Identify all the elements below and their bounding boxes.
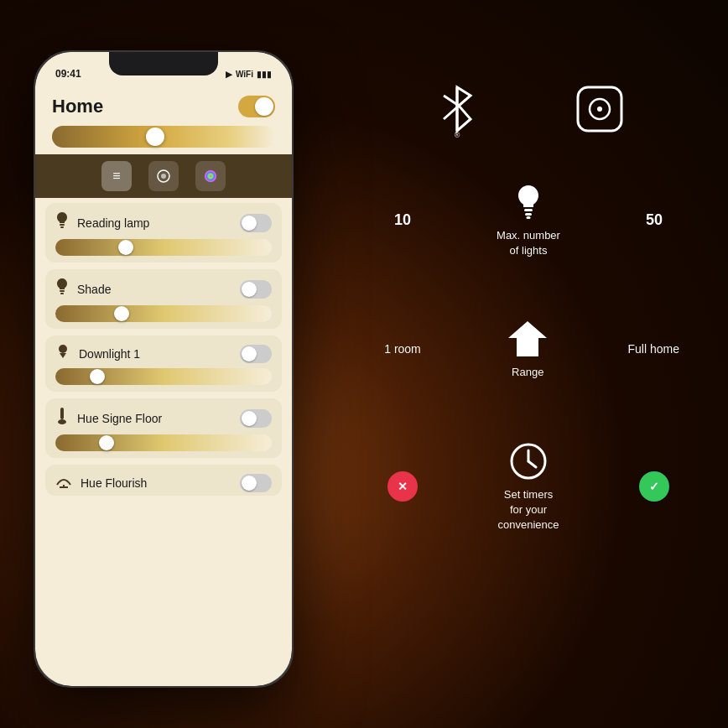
slider-thumb-signe <box>99 435 114 450</box>
phone-outer: 09:41 ▶ WiFi ▮▮▮ Home ≡ <box>34 50 294 688</box>
phone-mockup: 09:41 ▶ WiFi ▮▮▮ Home ≡ <box>34 50 294 688</box>
home-icon <box>507 318 549 360</box>
tabs-row: ≡ <box>35 154 292 198</box>
home-toggle[interactable] <box>238 96 275 117</box>
signe-icon <box>55 407 69 429</box>
lights-list: Reading lamp <box>35 200 292 506</box>
timers-center: Set timersfor yourconvenience <box>428 440 629 533</box>
light-slider-downlight <box>45 367 282 392</box>
light-item-downlight: Downlight 1 <box>45 335 282 392</box>
max-lights-right: 50 <box>629 211 679 229</box>
slider-track-reading[interactable] <box>55 239 272 256</box>
light-item-header: Reading lamp <box>45 203 282 237</box>
slider-track-shade[interactable] <box>55 305 272 322</box>
light-name-reading: Reading lamp <box>77 216 231 230</box>
svg-marker-22 <box>508 321 547 356</box>
timers-row: ✕ Set timersfor yourconvenience ✓ <box>352 424 705 550</box>
slider-track-signe[interactable] <box>55 434 272 451</box>
home-header: Home <box>35 89 292 122</box>
svg-rect-4 <box>60 226 64 228</box>
phone-screen: 09:41 ▶ WiFi ▮▮▮ Home ≡ <box>35 52 292 686</box>
svg-point-18 <box>597 107 602 112</box>
svg-point-7 <box>59 345 67 353</box>
hub-block <box>575 84 625 139</box>
timer-yes-icon: ✓ <box>639 471 669 502</box>
tab-list[interactable]: ≡ <box>101 161 132 191</box>
bluetooth-icon <box>432 84 482 134</box>
light-item-header-shade: Shade <box>45 269 282 304</box>
light-name-downlight: Downlight 1 <box>79 347 231 361</box>
toggle-reading[interactable] <box>240 214 272 232</box>
svg-point-2 <box>205 170 216 182</box>
toggle-flourish[interactable] <box>240 474 272 492</box>
battery-icon: ▮▮▮ <box>257 70 272 79</box>
tab-scenes[interactable] <box>148 161 179 191</box>
svg-marker-12 <box>457 87 471 131</box>
light-item-shade: Shade <box>45 269 282 329</box>
top-icons-row: ® <box>352 67 705 148</box>
svg-point-9 <box>58 419 66 424</box>
wifi-icon: WiFi <box>236 70 253 79</box>
bulb-icon-feature <box>507 181 549 223</box>
timer-no-icon: ✕ <box>387 471 418 502</box>
brightness-thumb <box>146 127 164 146</box>
svg-rect-21 <box>527 216 531 219</box>
hub-icon <box>575 84 625 134</box>
range-center: Range <box>428 318 628 380</box>
tab-color[interactable] <box>195 161 226 191</box>
light-name-shade: Shade <box>77 283 231 296</box>
slider-thumb-reading <box>118 240 133 255</box>
clock-icon <box>507 440 549 482</box>
signal-icon: ▶ <box>226 70 232 79</box>
light-item-header-flourish: Hue Flourish <box>45 465 282 496</box>
bulb-icon-shade <box>55 278 69 300</box>
slider-track-downlight[interactable] <box>55 368 272 385</box>
light-item-reading-lamp: Reading lamp <box>45 203 282 263</box>
info-panel: ® 10 Max. numbero <box>352 67 705 721</box>
bluetooth-block: ® <box>432 84 482 139</box>
light-name-flourish: Hue Flourish <box>81 476 231 490</box>
downlight-icon <box>55 344 70 363</box>
range-left: 1 room <box>377 342 428 356</box>
status-time: 09:41 <box>55 68 81 80</box>
bulb-icon-reading <box>55 211 69 234</box>
light-name-signe: Hue Signe Floor <box>77 412 231 425</box>
svg-point-1 <box>161 174 166 179</box>
max-lights-left: 10 <box>377 211 428 229</box>
range-row: 1 room Range Full home <box>352 301 705 397</box>
light-slider-signe <box>45 433 282 458</box>
timers-label: Set timersfor yourconvenience <box>498 487 559 533</box>
light-item-hue-signe: Hue Signe Floor <box>45 398 282 458</box>
bluetooth-registered: ® <box>455 131 460 139</box>
slider-thumb-downlight <box>90 369 105 384</box>
light-item-hue-flourish: Hue Flourish <box>45 465 282 496</box>
svg-line-25 <box>528 461 536 467</box>
range-label: Range <box>512 365 543 380</box>
brightness-slider-container <box>35 122 292 154</box>
range-right: Full home <box>628 342 679 356</box>
status-icons: ▶ WiFi ▮▮▮ <box>226 70 272 79</box>
toggle-shade[interactable] <box>240 280 272 299</box>
svg-rect-8 <box>60 408 64 419</box>
light-item-header-downlight: Downlight 1 <box>45 335 282 367</box>
svg-rect-20 <box>525 213 532 216</box>
timer-right-icon-block: ✓ <box>629 471 679 502</box>
svg-rect-3 <box>60 224 65 226</box>
brightness-slider[interactable] <box>52 126 275 148</box>
slider-thumb-shade <box>114 306 129 321</box>
cross-icon: ✕ <box>398 480 408 493</box>
flourish-icon <box>55 473 72 492</box>
timer-left-icon-block: ✕ <box>377 471 428 502</box>
check-icon: ✓ <box>649 480 659 493</box>
max-lights-center: Max. numberof lights <box>428 181 629 258</box>
light-item-header-signe: Hue Signe Floor <box>45 398 282 433</box>
svg-rect-5 <box>60 290 65 292</box>
max-lights-label: Max. numberof lights <box>497 228 560 258</box>
svg-rect-6 <box>60 293 64 294</box>
max-lights-row: 10 Max. numberof lights 50 <box>352 164 705 275</box>
toggle-signe[interactable] <box>240 409 272 428</box>
home-title: Home <box>52 96 103 117</box>
toggle-downlight[interactable] <box>240 345 272 363</box>
light-slider-reading <box>45 237 282 263</box>
light-slider-shade <box>45 304 282 329</box>
